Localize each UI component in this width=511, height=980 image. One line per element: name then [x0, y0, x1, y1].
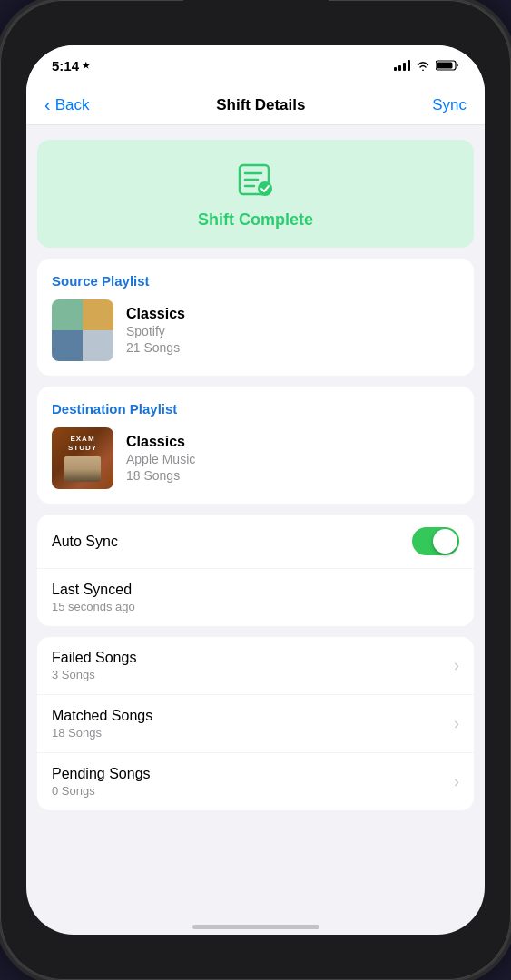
failed-songs-chevron-icon: ›: [454, 656, 459, 675]
nav-title: Shift Details: [216, 96, 305, 114]
destination-playlist-thumb: EXAMSTUDY: [52, 427, 113, 489]
auto-sync-label: Auto Sync: [52, 534, 118, 550]
destination-playlist-title: Destination Playlist: [52, 401, 459, 416]
back-chevron-icon: ‹: [44, 94, 51, 115]
matched-songs-item[interactable]: Matched Songs 18 Songs ›: [37, 695, 474, 753]
failed-songs-info: Failed Songs 3 Songs: [52, 650, 136, 681]
last-synced-row: Last Synced 15 seconds ago: [37, 569, 474, 626]
main-content: Shift Complete Source Playlist: [26, 125, 485, 917]
phone-frame: 5:14: [0, 0, 511, 980]
source-playlist-count: 21 Songs: [126, 340, 185, 355]
signal-icon: [394, 60, 410, 71]
destination-playlist-count: 18 Songs: [126, 468, 195, 483]
source-playlist-service: Spotify: [126, 324, 185, 338]
failed-songs-item[interactable]: Failed Songs 3 Songs ›: [37, 637, 474, 695]
svg-rect-1: [437, 63, 453, 69]
pending-songs-info: Pending Songs 0 Songs: [52, 766, 151, 798]
battery-icon: [436, 60, 459, 71]
shift-complete-text: Shift Complete: [198, 211, 313, 230]
source-playlist-info: Classics Spotify 21 Songs: [126, 306, 185, 355]
matched-songs-chevron-icon: ›: [454, 714, 459, 733]
time-display: 5:14: [52, 58, 79, 74]
auto-sync-row: Auto Sync: [37, 514, 474, 569]
shift-complete-icon: [234, 158, 278, 201]
last-synced-label: Last Synced: [52, 582, 135, 598]
svg-point-6: [258, 181, 272, 196]
matched-songs-info: Matched Songs 18 Songs: [52, 708, 152, 740]
status-bar: 5:14: [26, 45, 485, 85]
failed-songs-label: Failed Songs: [52, 650, 136, 666]
status-icons: [394, 60, 459, 71]
destination-playlist-service: Apple Music: [126, 452, 195, 466]
source-playlist-thumb: [52, 299, 113, 361]
back-button[interactable]: ‹ Back: [44, 94, 89, 115]
settings-card: Auto Sync Last Synced 15 seconds ago: [37, 514, 474, 626]
source-playlist-row: Classics Spotify 21 Songs: [52, 299, 459, 361]
matched-songs-label: Matched Songs: [52, 708, 152, 724]
source-playlist-name: Classics: [126, 306, 185, 322]
matched-songs-count: 18 Songs: [52, 726, 152, 740]
destination-playlist-card: Destination Playlist EXAMSTUDY: [37, 387, 474, 504]
pending-songs-label: Pending Songs: [52, 766, 151, 782]
location-icon: [82, 61, 91, 70]
source-playlist-title: Source Playlist: [52, 273, 459, 289]
nav-bar: ‹ Back Shift Details Sync: [26, 85, 485, 125]
sync-button[interactable]: Sync: [432, 96, 467, 114]
wifi-icon: [416, 60, 430, 71]
pending-songs-count: 0 Songs: [52, 784, 151, 798]
back-label: Back: [55, 96, 90, 114]
auto-sync-toggle[interactable]: [412, 527, 459, 555]
destination-playlist-info: Classics Apple Music 18 Songs: [126, 434, 195, 483]
destination-playlist-name: Classics: [126, 434, 195, 450]
phone-screen: 5:14: [26, 45, 485, 935]
toggle-knob: [433, 529, 457, 554]
status-time: 5:14: [52, 58, 91, 74]
last-synced-info: Last Synced 15 seconds ago: [52, 582, 135, 613]
shift-complete-banner: Shift Complete: [37, 140, 474, 248]
destination-playlist-row: EXAMSTUDY Classics Apple Music 18 Songs: [52, 427, 459, 489]
complete-icon-svg: [234, 158, 278, 201]
pending-songs-item[interactable]: Pending Songs 0 Songs ›: [37, 753, 474, 810]
notch: [183, 0, 329, 25]
thumb-book-label: EXAMSTUDY: [68, 435, 97, 452]
failed-songs-count: 3 Songs: [52, 668, 136, 681]
song-list-card: Failed Songs 3 Songs › Matched Songs 18 …: [37, 637, 474, 810]
last-synced-value: 15 seconds ago: [52, 600, 135, 613]
home-indicator: [192, 925, 319, 929]
pending-songs-chevron-icon: ›: [454, 772, 459, 791]
source-playlist-card: Source Playlist Classics Spotify 21: [37, 259, 474, 376]
